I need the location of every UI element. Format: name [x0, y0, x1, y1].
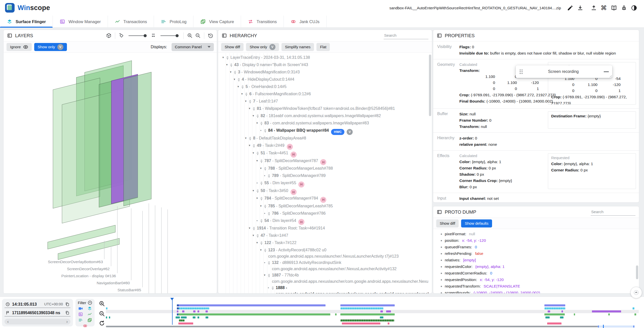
pin-icon[interactable] [263, 203, 268, 210]
reset-view-icon[interactable] [208, 33, 213, 38]
minimize-icon[interactable] [604, 71, 609, 72]
expand-arrow-icon[interactable]: ▼ [243, 135, 248, 141]
tab-view-capture[interactable]: View Capture [193, 16, 241, 28]
pin-icon[interactable] [267, 172, 272, 180]
proto-row[interactable]: screenBounds:(-10800, -24000) - (10800, … [441, 290, 635, 293]
tree-row[interactable]: ▼81 - WallpaperWindowToken{fcfbcd7 token… [218, 105, 428, 113]
tree-row[interactable]: •786 - SplitDecorManager#786 [218, 210, 428, 217]
show-only-visible-button[interactable]: Show only V [34, 43, 67, 51]
expand-arrow-icon[interactable]: ▼ [258, 247, 263, 253]
proto-row[interactable]: requestedTransform:SCALE|TRANSLATE [441, 283, 635, 290]
collapse-filter-icon[interactable] [88, 300, 92, 305]
pin-icon[interactable] [252, 225, 257, 232]
show-only-visible-button[interactable]: Show only V [246, 43, 279, 51]
next-frame-button[interactable]: › [66, 319, 68, 324]
timeline-track-view-capture[interactable] [106, 319, 639, 321]
layer-spacing-icon[interactable] [150, 33, 156, 38]
screen-recording-filter-icon[interactable] [78, 306, 83, 311]
tree-row[interactable]: ▼83 - com.android.systemui.wallpapers.Im… [218, 120, 428, 127]
pin-icon[interactable] [237, 76, 242, 83]
expand-arrow-icon[interactable]: ▼ [255, 158, 260, 164]
drag-handle-icon[interactable] [519, 69, 523, 74]
expand-arrow-icon[interactable]: ▼ [251, 113, 256, 119]
tree-row[interactable]: •789 - SplitDecorManager#789 [218, 172, 428, 180]
resize-handle[interactable] [609, 75, 612, 77]
proto-row[interactable]: refreshPending:false [441, 250, 635, 257]
simplify-names-button[interactable]: Simplify names [281, 43, 314, 51]
tree-row[interactable]: ▼LayerTraceEntry - 2024-03-31, 14:31:05.… [218, 54, 428, 62]
spacing-slider[interactable] [160, 35, 178, 36]
pin-icon[interactable] [260, 120, 264, 127]
tree-row[interactable]: ▼8 - DefaultTaskDisplayArea#8 [218, 135, 428, 142]
documentation-icon[interactable] [609, 3, 619, 13]
rotation-icon[interactable] [118, 33, 124, 38]
nanosecond-time-field[interactable]: 1711895465013903348 ns [5, 310, 70, 317]
expand-arrow-icon[interactable]: ▼ [251, 188, 256, 194]
expand-arrow-icon[interactable]: ▼ [255, 195, 260, 201]
tree-row[interactable]: ▼1887 - 77fdc4b com.google.android.apps.… [218, 272, 428, 285]
show-diff-button[interactable]: Show diff [221, 43, 244, 51]
expand-arrow-icon[interactable]: ▼ [251, 232, 256, 239]
proto-search-input[interactable] [591, 208, 635, 216]
timeline-track-jank-cujs[interactable] [106, 322, 639, 324]
window-manager-filter-icon[interactable] [78, 312, 83, 317]
pin-icon[interactable] [267, 210, 272, 217]
hierarchy-scrollbar[interactable] [429, 55, 431, 116]
tree-row[interactable]: ▼49 - Task=2#49H [218, 142, 428, 150]
expand-arrow-icon[interactable]: ▼ [255, 120, 260, 126]
pin-icon[interactable] [260, 158, 264, 165]
proto-row[interactable]: pixelFormat:null [441, 231, 635, 237]
report-bug-icon[interactable] [619, 3, 629, 13]
pin-icon[interactable] [271, 285, 276, 292]
tab-surface-flinger[interactable]: Surface Flinger [0, 16, 53, 28]
tab-transactions[interactable]: Transactions [108, 16, 154, 28]
tree-row[interactable]: •1888 - com.google.android.apps.nexuslau… [218, 285, 428, 293]
tree-row[interactable]: ▼785 - SplitDecorManagerLeash#785 [218, 203, 428, 210]
pin-icon[interactable] [263, 127, 268, 134]
layer-label[interactable]: ScreenDecorOverlay#62 [67, 267, 110, 271]
previous-frame-button[interactable]: ‹ [7, 319, 9, 324]
timeline-cursor[interactable] [172, 299, 173, 325]
tree-row[interactable]: ▼47 - Task=1#47 [218, 232, 428, 240]
zoom-in-icon[interactable] [187, 33, 193, 38]
pin-icon[interactable] [256, 113, 261, 120]
hierarchy-search-input[interactable] [384, 32, 428, 39]
timeline-track-protolog[interactable] [106, 316, 639, 318]
expand-arrow-icon[interactable]: ▼ [255, 240, 260, 246]
tree-row[interactable]: ▼5 - OneHanded:0:14#5 [218, 83, 428, 91]
expand-arrow-icon[interactable]: ▼ [243, 98, 248, 104]
jank-cujs-filter-icon[interactable] [83, 323, 88, 328]
proto-row[interactable]: requestedColor:{empty}, alpha: 1 [441, 263, 635, 270]
pin-icon[interactable] [229, 62, 234, 69]
show-defaults-button[interactable]: Show defaults [461, 219, 492, 227]
pin-icon[interactable] [260, 240, 264, 247]
expand-arrow-icon[interactable]: ▼ [251, 150, 256, 156]
edit-icon[interactable] [565, 3, 575, 13]
timeline-zoom-in-button[interactable] [98, 299, 106, 308]
proto-row[interactable]: requestedCornerRadius:0 [441, 270, 635, 276]
expand-arrow-icon[interactable]: ▼ [247, 225, 252, 231]
layer-label[interactable]: StatusBar#85 [117, 288, 141, 292]
surface-flinger-filter-icon[interactable] [87, 306, 92, 311]
layers-3d-view[interactable]: ScreenDecorOverlayBottom#63ScreenDecorOv… [4, 53, 217, 293]
tree-row[interactable]: •54 - Dim layer#54H [218, 217, 428, 225]
pin-icon[interactable] [241, 83, 246, 91]
pin-icon[interactable] [252, 142, 257, 150]
pin-icon[interactable] [248, 135, 253, 142]
dark-mode-toggle-icon[interactable] [629, 3, 639, 13]
tab-window-manager[interactable]: Window Manager [53, 16, 108, 28]
timeline-track-transactions[interactable] [106, 313, 639, 315]
expand-arrow-icon[interactable]: ▼ [228, 69, 233, 75]
tree-row[interactable]: ▼788 - SplitDecorManagerLeash#788 [218, 165, 428, 172]
protolog-filter-icon[interactable] [78, 318, 83, 322]
collapse-panel-icon[interactable] [222, 33, 227, 38]
expand-arrow-icon[interactable]: ▼ [247, 142, 252, 149]
tree-row[interactable]: •132 - d886913 ActivityRecordInputSink c… [218, 259, 428, 272]
download-icon[interactable] [575, 3, 585, 13]
tree-row[interactable]: •55 - Dim layer#55H [218, 180, 428, 188]
timeline-zoom-out-button[interactable] [98, 309, 106, 318]
zoom-out-icon[interactable] [195, 33, 201, 38]
pin-icon[interactable] [256, 150, 261, 157]
keyboard-shortcuts-icon[interactable]: ⌘ [599, 3, 609, 13]
pin-icon[interactable] [263, 247, 268, 254]
